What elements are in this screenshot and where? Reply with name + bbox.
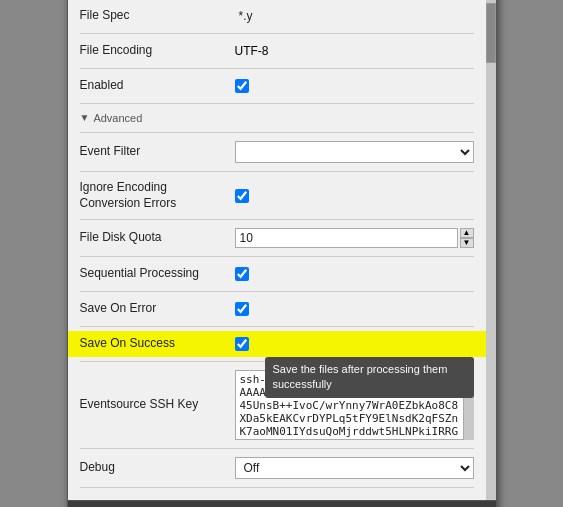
debug-row: Debug Off On <box>80 453 474 483</box>
right-scrollbar[interactable] <box>486 0 496 500</box>
file-disk-quota-label: File Disk Quota <box>80 230 235 246</box>
separator-9 <box>80 326 474 327</box>
dialog-body: File Spec *.y File Encoding UTF-8 En <box>68 0 496 500</box>
file-encoding-value: UTF-8 <box>235 44 474 58</box>
file-spec-row: File Spec *.y <box>80 3 474 29</box>
spinner-up-button[interactable]: ▲ <box>460 228 474 238</box>
enabled-label: Enabled <box>80 78 235 94</box>
save-on-error-label: Save On Error <box>80 301 235 317</box>
event-filter-row: Event Filter <box>80 137 474 167</box>
save-on-success-label: Save On Success <box>80 336 235 352</box>
separator-3 <box>80 103 474 104</box>
separator-5 <box>80 171 474 172</box>
separator-7 <box>80 256 474 257</box>
separator-12 <box>80 487 474 488</box>
save-on-error-value <box>235 302 474 316</box>
enabled-row: Enabled <box>80 73 474 99</box>
file-disk-quota-spinner: ▲ ▼ <box>235 228 474 248</box>
spinner-buttons: ▲ ▼ <box>460 228 474 248</box>
event-filter-label: Event Filter <box>80 144 235 160</box>
ignore-encoding-checkbox[interactable] <box>235 189 249 203</box>
ignore-encoding-label: Ignore Encoding Conversion Errors <box>80 180 235 211</box>
file-spec-label: File Spec <box>80 8 235 24</box>
main-scroll: File Spec *.y File Encoding UTF-8 En <box>68 0 486 500</box>
advanced-section-header: ▼ Advanced <box>80 108 474 128</box>
file-spec-value: *.y <box>235 9 474 23</box>
file-disk-quota-row: File Disk Quota ▲ ▼ <box>80 224 474 252</box>
debug-label: Debug <box>80 460 235 476</box>
separator-6 <box>80 219 474 220</box>
eventsource-ssh-key-label: Eventsource SSH Key <box>80 397 235 413</box>
separator-1 <box>80 33 474 34</box>
file-disk-quota-input[interactable] <box>235 228 458 248</box>
sequential-processing-checkbox[interactable] <box>235 267 249 281</box>
debug-select[interactable]: Off On <box>235 457 474 479</box>
save-on-error-checkbox[interactable] <box>235 302 249 316</box>
save-on-success-checkbox[interactable] <box>235 337 249 351</box>
advanced-label: Advanced <box>93 112 142 124</box>
enabled-checkbox[interactable] <box>235 79 249 93</box>
event-filter-select[interactable] <box>235 141 474 163</box>
dialog-footer: Cancel OK <box>68 500 496 507</box>
separator-2 <box>80 68 474 69</box>
separator-8 <box>80 291 474 292</box>
debug-value: Off On <box>235 457 474 479</box>
file-encoding-row: File Encoding UTF-8 <box>80 38 474 64</box>
separator-4 <box>80 132 474 133</box>
sequential-processing-value <box>235 267 474 281</box>
save-on-success-row: Save On Success Save the files after pro… <box>68 331 486 357</box>
ignore-encoding-value <box>235 189 474 203</box>
spinner-down-button[interactable]: ▼ <box>460 238 474 248</box>
edit-source-dialog: Edit Source ? ✕ File Spec *.y File Encod… <box>67 0 497 507</box>
sequential-processing-row: Sequential Processing <box>80 261 474 287</box>
tooltip-box: Save the files after processing them suc… <box>235 337 474 351</box>
tooltip-popup: Save the files after processing them suc… <box>265 357 474 398</box>
enabled-value <box>235 79 474 93</box>
sequential-processing-label: Sequential Processing <box>80 266 235 282</box>
content-wrapper: File Spec *.y File Encoding UTF-8 En <box>68 0 496 500</box>
file-disk-quota-value: ▲ ▼ <box>235 228 474 248</box>
file-encoding-label: File Encoding <box>80 43 235 59</box>
save-on-error-row: Save On Error <box>80 296 474 322</box>
event-filter-value <box>235 141 474 163</box>
scrollbar-thumb <box>486 3 496 63</box>
ignore-encoding-row: Ignore Encoding Conversion Errors <box>80 176 474 215</box>
save-on-success-value: Save the files after processing them suc… <box>235 337 474 351</box>
separator-11 <box>80 448 474 449</box>
advanced-chevron-icon: ▼ <box>80 112 90 123</box>
